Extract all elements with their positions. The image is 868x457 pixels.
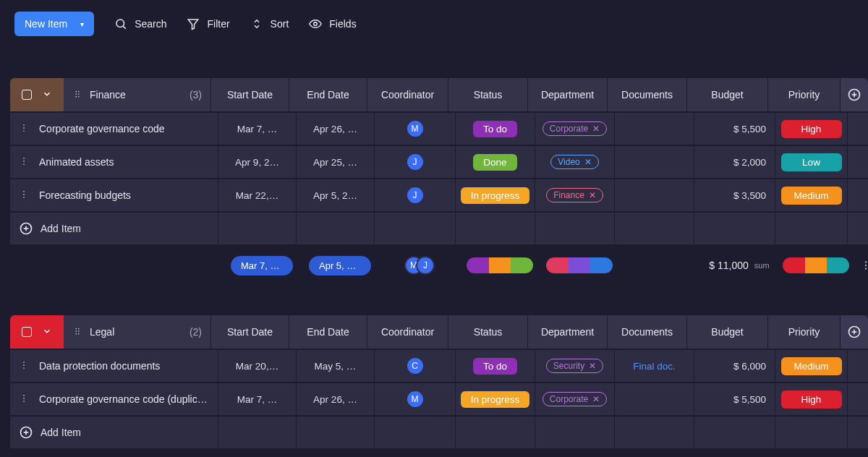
cell-department[interactable]: Video✕: [535, 146, 615, 178]
cell-status[interactable]: To do: [456, 350, 535, 382]
cell-end-date[interactable]: May 5, …: [297, 350, 375, 382]
drag-icon[interactable]: [72, 326, 82, 338]
select-all-checkbox[interactable]: [22, 327, 32, 337]
cell-start-date[interactable]: Mar 20,…: [218, 350, 297, 382]
chevron-down-icon[interactable]: [42, 89, 52, 101]
col-header-budget[interactable]: Budget: [687, 78, 768, 111]
cell-coordinator[interactable]: C: [375, 350, 456, 382]
remove-tag-icon[interactable]: ✕: [592, 394, 600, 404]
cell-start-date[interactable]: Mar 7, …: [218, 113, 297, 145]
cell-department[interactable]: Finance✕: [535, 179, 615, 211]
remove-tag-icon[interactable]: ✕: [592, 124, 600, 134]
table-row[interactable]: Data protection documents Mar 20,… May 5…: [10, 350, 868, 382]
col-header-status[interactable]: Status: [448, 315, 528, 349]
col-header-coordinator[interactable]: Coordinator: [367, 78, 448, 111]
document-link[interactable]: Final doc.: [633, 361, 676, 372]
sort-button[interactable]: Sort: [250, 17, 289, 30]
summary-end-date[interactable]: Apr 5, 20…: [309, 256, 371, 276]
cell-department[interactable]: Corporate✕: [535, 383, 615, 415]
cell-priority[interactable]: Medium: [775, 350, 848, 382]
table-row[interactable]: Animated assets Apr 9, 2… Apr 25, … J Do…: [10, 146, 868, 178]
group-name-cell[interactable]: Finance (3): [64, 78, 211, 111]
col-header-department[interactable]: Department: [528, 78, 608, 111]
col-header-budget[interactable]: Budget: [687, 315, 768, 349]
add-item-row[interactable]: Add Item: [10, 417, 868, 448]
cell-status[interactable]: Done: [456, 146, 535, 178]
summary-start-date[interactable]: Mar 7, 20…: [231, 256, 293, 276]
col-header-priority[interactable]: Priority: [768, 315, 841, 349]
cell-priority[interactable]: High: [775, 113, 848, 145]
cell-coordinator[interactable]: J: [375, 179, 456, 211]
filter-button[interactable]: Filter: [187, 17, 229, 30]
summary-dept-bar[interactable]: [546, 257, 613, 273]
col-header-end-date[interactable]: End Date: [289, 78, 367, 111]
table-row[interactable]: Corporate governance code Mar 7, … Apr 2…: [10, 113, 868, 145]
add-item-row[interactable]: Add Item: [10, 213, 868, 244]
col-header-coordinator[interactable]: Coordinator: [367, 315, 448, 349]
add-column-button[interactable]: [841, 315, 868, 349]
cell-department[interactable]: Security✕: [535, 350, 615, 382]
remove-tag-icon[interactable]: ✕: [584, 157, 592, 167]
cell-start-date[interactable]: Mar 22,…: [218, 179, 297, 211]
col-header-department[interactable]: Department: [528, 315, 608, 349]
col-header-status[interactable]: Status: [448, 78, 528, 111]
add-column-button[interactable]: [841, 78, 868, 111]
cell-documents[interactable]: [615, 146, 694, 178]
col-header-priority[interactable]: Priority: [768, 78, 841, 111]
drag-icon[interactable]: [72, 89, 82, 101]
cell-status[interactable]: To do: [456, 113, 535, 145]
col-header-end-date[interactable]: End Date: [289, 315, 367, 349]
search-button[interactable]: Search: [114, 17, 166, 30]
cell-budget[interactable]: $ 3,500: [694, 179, 775, 211]
cell-department[interactable]: Corporate✕: [535, 113, 615, 145]
cell-end-date[interactable]: Apr 26, …: [297, 113, 375, 145]
chevron-down-icon[interactable]: [42, 326, 52, 338]
row-menu-icon[interactable]: [19, 123, 29, 135]
table-row[interactable]: Forecasting budgets Mar 22,… Apr 5, 2… J…: [10, 179, 868, 211]
group-color-block[interactable]: [10, 78, 64, 111]
cell-priority[interactable]: Low: [775, 146, 848, 178]
cell-start-date[interactable]: Apr 9, 2…: [218, 146, 297, 178]
cell-documents[interactable]: Final doc.: [615, 350, 694, 382]
col-header-start-date[interactable]: Start Date: [211, 78, 289, 111]
summary-coordinators[interactable]: MJ: [406, 257, 433, 273]
summary-budget[interactable]: $ 11,000 sum: [699, 260, 780, 271]
cell-coordinator[interactable]: M: [375, 113, 456, 145]
row-menu-icon[interactable]: [19, 156, 29, 168]
fields-button[interactable]: Fields: [309, 17, 356, 30]
row-menu-icon[interactable]: [19, 393, 29, 406]
group-color-block[interactable]: [10, 315, 64, 349]
remove-tag-icon[interactable]: ✕: [589, 361, 596, 371]
group-name-cell[interactable]: Legal (2): [64, 315, 211, 349]
cell-status[interactable]: In progress: [456, 179, 535, 211]
cell-end-date[interactable]: Apr 5, 2…: [297, 179, 375, 211]
cell-budget[interactable]: $ 5,500: [694, 383, 775, 415]
more-icon[interactable]: [852, 260, 868, 271]
cell-documents[interactable]: [615, 113, 694, 145]
summary-status-bar[interactable]: [467, 257, 533, 273]
col-header-documents[interactable]: Documents: [608, 315, 687, 349]
cell-budget[interactable]: $ 5,500: [694, 113, 775, 145]
cell-status[interactable]: In progress: [456, 383, 535, 415]
row-menu-icon[interactable]: [19, 189, 29, 202]
cell-budget[interactable]: $ 2,000: [694, 146, 775, 178]
cell-coordinator[interactable]: M: [375, 383, 456, 415]
cell-documents[interactable]: [615, 179, 694, 211]
cell-coordinator[interactable]: J: [375, 146, 456, 178]
row-menu-icon[interactable]: [19, 360, 29, 372]
col-header-documents[interactable]: Documents: [608, 78, 687, 111]
table-row[interactable]: Corporate governance code (duplic… Mar 7…: [10, 383, 868, 415]
summary-priority-bar[interactable]: [783, 257, 849, 273]
cell-documents[interactable]: [615, 383, 694, 415]
remove-tag-icon[interactable]: ✕: [589, 190, 596, 200]
select-all-checkbox[interactable]: [22, 90, 32, 100]
cell-priority[interactable]: Medium: [775, 179, 848, 211]
cell-end-date[interactable]: Apr 26, …: [297, 383, 375, 415]
new-item-button[interactable]: New Item ▾: [14, 12, 94, 36]
col-header-start-date[interactable]: Start Date: [211, 315, 289, 349]
svg-point-17: [23, 161, 25, 162]
cell-budget[interactable]: $ 6,000: [694, 350, 775, 382]
cell-end-date[interactable]: Apr 25, …: [297, 146, 375, 178]
cell-start-date[interactable]: Mar 7, …: [218, 383, 297, 415]
cell-priority[interactable]: High: [775, 383, 848, 415]
